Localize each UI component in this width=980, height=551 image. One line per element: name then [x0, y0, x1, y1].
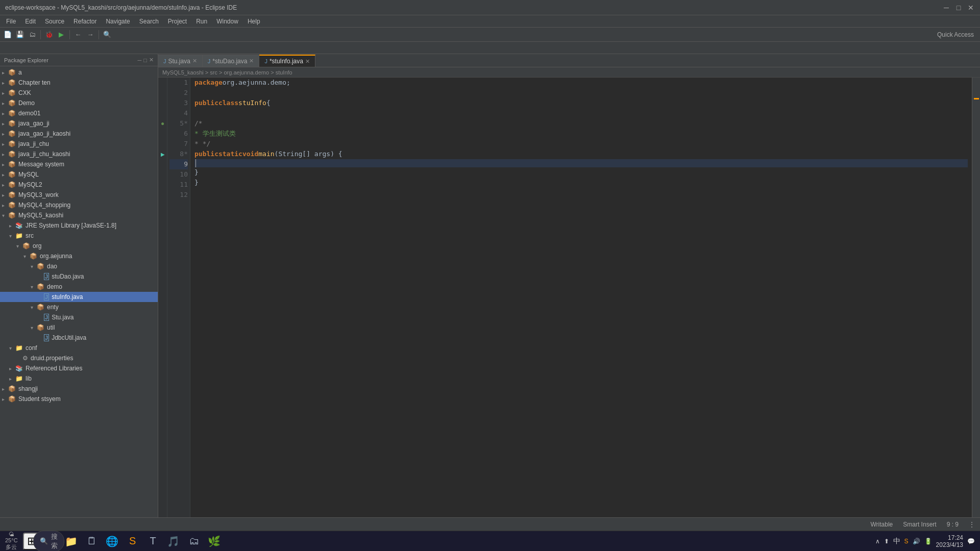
menu-window[interactable]: Window — [212, 17, 242, 26]
maximize-button[interactable]: □ — [954, 4, 963, 12]
tree-arrow-21[interactable]: ▾ — [31, 284, 37, 290]
taskbar-files[interactable]: 🗂 — [185, 533, 203, 550]
taskbar-app-1[interactable]: 🗒 — [83, 533, 101, 550]
taskbar-file-explorer[interactable]: 📁 — [63, 533, 80, 550]
tree-arrow-0[interactable]: ▸ — [2, 70, 8, 76]
tree-arrow-29[interactable]: ▸ — [9, 366, 15, 371]
toolbar-back[interactable]: ← — [72, 29, 84, 40]
tree-item-26[interactable]: JJdbcUtil.java — [0, 333, 158, 343]
menu-refactor[interactable]: Refactor — [69, 17, 101, 26]
tree-arrow-6[interactable]: ▸ — [2, 131, 8, 137]
tree-item-8[interactable]: ▸📦java_ji_chu_kaoshi — [0, 149, 158, 159]
tree-item-11[interactable]: ▸📦MySQL2 — [0, 180, 158, 190]
tree-arrow-17[interactable]: ▾ — [16, 243, 22, 249]
taskbar-app-5[interactable]: 🌿 — [206, 533, 223, 550]
tree-arrow-12[interactable]: ▸ — [2, 192, 8, 198]
tree-arrow-23[interactable]: ▾ — [31, 305, 37, 310]
tree-item-5[interactable]: ▸📦java_gao_ji — [0, 118, 158, 129]
tab-close-stuinfo[interactable]: ✕ — [305, 58, 310, 65]
tree-arrow-30[interactable]: ▸ — [9, 376, 15, 382]
taskbar-chrome[interactable]: 🌐 — [104, 533, 121, 550]
tree-arrow-4[interactable]: ▸ — [2, 111, 8, 116]
code-editor[interactable]: package org.aejunna.demo; public class s… — [190, 78, 972, 517]
taskbar-app-2[interactable]: S — [124, 533, 141, 550]
tray-notification[interactable]: 💬 — [967, 538, 975, 545]
tree-arrow-7[interactable]: ▸ — [2, 141, 8, 147]
taskbar-app-3[interactable]: T — [144, 533, 162, 550]
package-explorer-maximize[interactable]: □ — [143, 57, 147, 63]
tree-arrow-5[interactable]: ▸ — [2, 121, 8, 127]
menu-source[interactable]: Source — [41, 17, 68, 26]
tree-arrow-19[interactable]: ▾ — [31, 264, 37, 269]
tree-item-32[interactable]: ▸📦Student stsyem — [0, 394, 158, 404]
editor-tab-stuinfo[interactable]: J *stuInfo.java ✕ — [259, 55, 315, 67]
tree-item-17[interactable]: ▾📦org — [0, 241, 158, 251]
toolbar-run[interactable]: ▶ — [56, 29, 67, 40]
toolbar-save[interactable]: 💾 — [14, 29, 26, 40]
tab-close-studao[interactable]: ✕ — [249, 58, 254, 64]
menu-help[interactable]: Help — [243, 17, 264, 26]
tree-arrow-14[interactable]: ▾ — [2, 213, 8, 218]
tree-arrow-1[interactable]: ▸ — [2, 80, 8, 86]
tree-item-21[interactable]: ▾📦demo — [0, 282, 158, 292]
tree-item-23[interactable]: ▾📦enty — [0, 302, 158, 312]
tree-arrow-11[interactable]: ▸ — [2, 182, 8, 188]
toolbar-debug[interactable]: 🐞 — [43, 29, 55, 40]
tree-arrow-2[interactable]: ▸ — [2, 90, 8, 96]
tree-item-25[interactable]: ▾📦util — [0, 322, 158, 333]
package-explorer-minimize[interactable]: ─ — [138, 57, 142, 63]
tree-item-31[interactable]: ▸📦shangji — [0, 384, 158, 394]
tree-arrow-13[interactable]: ▸ — [2, 203, 8, 208]
editor-tab-studao[interactable]: J *stuDao.java ✕ — [203, 55, 260, 67]
tree-arrow-16[interactable]: ▾ — [9, 233, 15, 239]
tray-sound[interactable]: 🔊 — [913, 538, 920, 545]
quick-access[interactable]: Quick Access — [933, 30, 978, 39]
tree-item-12[interactable]: ▸📦MySQL3_work — [0, 190, 158, 200]
tree-arrow-31[interactable]: ▸ — [2, 386, 8, 392]
tree-arrow-15[interactable]: ▸ — [9, 223, 15, 229]
code-line-9[interactable] — [194, 159, 968, 167]
tree-item-15[interactable]: ▸📚JRE System Library [JavaSE-1.8] — [0, 220, 158, 231]
tray-up-icon[interactable]: ∧ — [875, 538, 880, 545]
search-taskbar[interactable]: 🔍 搜索 — [40, 533, 58, 550]
tree-item-7[interactable]: ▸📦java_ji_chu — [0, 139, 158, 149]
tree-item-2[interactable]: ▸📦CXK — [0, 88, 158, 98]
tree-item-3[interactable]: ▸📦Demo — [0, 98, 158, 108]
tree-item-20[interactable]: JstuDao.java — [0, 271, 158, 282]
tree-item-14[interactable]: ▾📦MySQL5_kaoshi — [0, 210, 158, 220]
tree-item-19[interactable]: ▾📦dao — [0, 261, 158, 271]
tree-item-16[interactable]: ▾📁src — [0, 231, 158, 241]
tree-item-4[interactable]: ▸📦demo01 — [0, 108, 158, 118]
tree-arrow-10[interactable]: ▸ — [2, 172, 8, 178]
menu-file[interactable]: File — [2, 17, 20, 26]
close-button[interactable]: ✕ — [967, 4, 975, 12]
tree-arrow-18[interactable]: ▾ — [23, 254, 30, 259]
tree-arrow-25[interactable]: ▾ — [31, 325, 37, 331]
minimize-button[interactable]: ─ — [942, 4, 950, 12]
tree-arrow-3[interactable]: ▸ — [2, 101, 8, 106]
tree-item-9[interactable]: ▸📦Message system — [0, 159, 158, 169]
menu-project[interactable]: Project — [164, 17, 191, 26]
tree-item-27[interactable]: ▾📁conf — [0, 343, 158, 353]
toolbar-forward[interactable]: → — [85, 29, 96, 40]
menu-search[interactable]: Search — [135, 17, 163, 26]
taskbar-search-box[interactable]: 🔍 搜索 — [33, 531, 64, 552]
tree-item-0[interactable]: ▸📦a — [0, 67, 158, 78]
tree-item-22[interactable]: JstuInfo.java — [0, 292, 158, 302]
menu-run[interactable]: Run — [192, 17, 211, 26]
tree-item-1[interactable]: ▸📦Chapter ten — [0, 78, 158, 88]
tree-item-24[interactable]: JStu.java — [0, 312, 158, 322]
toolbar-new[interactable]: 📄 — [2, 29, 13, 40]
toolbar-search[interactable]: 🔍 — [102, 29, 113, 40]
tree-arrow-8[interactable]: ▸ — [2, 152, 8, 157]
tab-close-stu[interactable]: ✕ — [192, 58, 197, 64]
tree-item-13[interactable]: ▸📦MySQL4_shopping — [0, 200, 158, 210]
menu-edit[interactable]: Edit — [21, 17, 40, 26]
menu-navigate[interactable]: Navigate — [102, 17, 134, 26]
taskbar-app-4[interactable]: 🎵 — [165, 533, 182, 550]
tree-item-6[interactable]: ▸📦java_gao_ji_kaoshi — [0, 129, 158, 139]
tray-lang[interactable]: 中 — [893, 537, 900, 546]
tree-item-10[interactable]: ▸📦MySQL — [0, 169, 158, 180]
package-explorer-close[interactable]: ✕ — [149, 57, 154, 63]
tree-item-30[interactable]: ▸📁lib — [0, 373, 158, 384]
